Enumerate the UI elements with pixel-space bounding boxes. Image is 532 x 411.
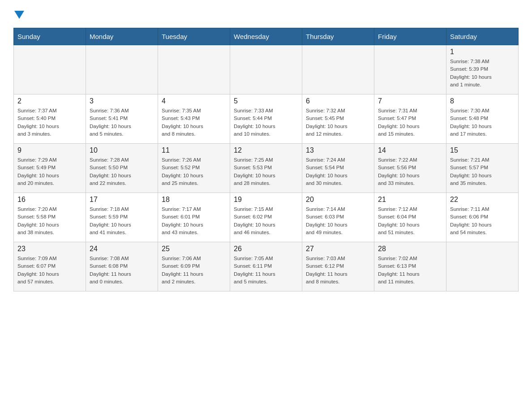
weekday-header-tuesday: Tuesday <box>158 28 230 45</box>
day-info: Sunrise: 7:24 AM Sunset: 5:54 PM Dayligh… <box>306 156 370 187</box>
day-info: Sunrise: 7:33 AM Sunset: 5:44 PM Dayligh… <box>234 107 298 138</box>
calendar-cell: 18Sunrise: 7:17 AM Sunset: 6:01 PM Dayli… <box>158 193 230 242</box>
calendar-cell: 22Sunrise: 7:11 AM Sunset: 6:06 PM Dayli… <box>446 193 519 242</box>
day-info: Sunrise: 7:14 AM Sunset: 6:03 PM Dayligh… <box>306 206 370 236</box>
day-number: 2 <box>17 97 82 105</box>
day-info: Sunrise: 7:11 AM Sunset: 6:06 PM Dayligh… <box>450 206 515 236</box>
day-info: Sunrise: 7:29 AM Sunset: 5:49 PM Dayligh… <box>17 156 82 187</box>
logo <box>13 9 24 21</box>
logo-triangle-icon <box>14 11 24 19</box>
calendar-cell: 23Sunrise: 7:09 AM Sunset: 6:07 PM Dayli… <box>14 242 86 291</box>
day-info: Sunrise: 7:26 AM Sunset: 5:52 PM Dayligh… <box>162 156 226 187</box>
calendar-cell: 1Sunrise: 7:38 AM Sunset: 5:39 PM Daylig… <box>446 45 519 94</box>
calendar-cell <box>86 45 158 94</box>
day-info: Sunrise: 7:25 AM Sunset: 5:53 PM Dayligh… <box>234 156 298 187</box>
day-number: 13 <box>306 146 370 154</box>
calendar-cell: 3Sunrise: 7:36 AM Sunset: 5:41 PM Daylig… <box>86 94 158 144</box>
calendar-cell: 9Sunrise: 7:29 AM Sunset: 5:49 PM Daylig… <box>14 144 86 193</box>
day-number: 7 <box>378 97 442 105</box>
day-info: Sunrise: 7:38 AM Sunset: 5:39 PM Dayligh… <box>450 58 515 89</box>
page-header <box>13 9 519 21</box>
calendar-cell <box>446 242 519 291</box>
calendar-cell: 19Sunrise: 7:15 AM Sunset: 6:02 PM Dayli… <box>230 193 302 242</box>
calendar-cell: 12Sunrise: 7:25 AM Sunset: 5:53 PM Dayli… <box>230 144 302 193</box>
day-number: 15 <box>450 146 515 154</box>
day-number: 14 <box>378 146 442 154</box>
calendar-cell: 2Sunrise: 7:37 AM Sunset: 5:40 PM Daylig… <box>14 94 86 144</box>
calendar-cell: 4Sunrise: 7:35 AM Sunset: 5:43 PM Daylig… <box>158 94 230 144</box>
calendar-cell: 14Sunrise: 7:22 AM Sunset: 5:56 PM Dayli… <box>374 144 446 193</box>
calendar-cell <box>230 45 302 94</box>
day-number: 23 <box>17 245 82 253</box>
day-number: 9 <box>17 146 82 154</box>
day-info: Sunrise: 7:36 AM Sunset: 5:41 PM Dayligh… <box>90 107 154 138</box>
calendar-cell: 7Sunrise: 7:31 AM Sunset: 5:47 PM Daylig… <box>374 94 446 144</box>
day-number: 22 <box>450 196 515 204</box>
calendar-cell: 21Sunrise: 7:12 AM Sunset: 6:04 PM Dayli… <box>374 193 446 242</box>
day-info: Sunrise: 7:37 AM Sunset: 5:40 PM Dayligh… <box>17 107 82 138</box>
calendar-cell <box>374 45 446 94</box>
day-info: Sunrise: 7:02 AM Sunset: 6:13 PM Dayligh… <box>378 255 442 286</box>
day-number: 26 <box>234 245 298 253</box>
day-number: 20 <box>306 196 370 204</box>
weekday-header-sunday: Sunday <box>14 28 86 45</box>
calendar-cell: 6Sunrise: 7:32 AM Sunset: 5:45 PM Daylig… <box>302 94 374 144</box>
day-info: Sunrise: 7:08 AM Sunset: 6:08 PM Dayligh… <box>90 255 154 286</box>
day-number: 12 <box>234 146 298 154</box>
calendar-cell: 28Sunrise: 7:02 AM Sunset: 6:13 PM Dayli… <box>374 242 446 291</box>
day-number: 10 <box>90 146 154 154</box>
calendar-week-row: 1Sunrise: 7:38 AM Sunset: 5:39 PM Daylig… <box>14 45 519 94</box>
calendar-week-row: 23Sunrise: 7:09 AM Sunset: 6:07 PM Dayli… <box>14 242 519 291</box>
weekday-header-wednesday: Wednesday <box>230 28 302 45</box>
day-number: 4 <box>162 97 226 105</box>
calendar-cell <box>14 45 86 94</box>
day-info: Sunrise: 7:21 AM Sunset: 5:57 PM Dayligh… <box>450 156 515 187</box>
day-info: Sunrise: 7:15 AM Sunset: 6:02 PM Dayligh… <box>234 206 298 236</box>
day-info: Sunrise: 7:32 AM Sunset: 5:45 PM Dayligh… <box>306 107 370 138</box>
day-info: Sunrise: 7:22 AM Sunset: 5:56 PM Dayligh… <box>378 156 442 187</box>
calendar-cell: 11Sunrise: 7:26 AM Sunset: 5:52 PM Dayli… <box>158 144 230 193</box>
day-number: 11 <box>162 146 226 154</box>
day-number: 1 <box>450 48 515 56</box>
day-info: Sunrise: 7:35 AM Sunset: 5:43 PM Dayligh… <box>162 107 226 138</box>
day-info: Sunrise: 7:30 AM Sunset: 5:48 PM Dayligh… <box>450 107 515 138</box>
calendar-cell: 26Sunrise: 7:05 AM Sunset: 6:11 PM Dayli… <box>230 242 302 291</box>
day-number: 24 <box>90 245 154 253</box>
calendar-cell: 8Sunrise: 7:30 AM Sunset: 5:48 PM Daylig… <box>446 94 519 144</box>
calendar-table: SundayMondayTuesdayWednesdayThursdayFrid… <box>13 28 519 291</box>
calendar-week-row: 2Sunrise: 7:37 AM Sunset: 5:40 PM Daylig… <box>14 94 519 144</box>
calendar-cell: 15Sunrise: 7:21 AM Sunset: 5:57 PM Dayli… <box>446 144 519 193</box>
day-number: 27 <box>306 245 370 253</box>
day-number: 3 <box>90 97 154 105</box>
day-info: Sunrise: 7:31 AM Sunset: 5:47 PM Dayligh… <box>378 107 442 138</box>
day-info: Sunrise: 7:06 AM Sunset: 6:09 PM Dayligh… <box>162 255 226 286</box>
calendar-cell: 17Sunrise: 7:18 AM Sunset: 5:59 PM Dayli… <box>86 193 158 242</box>
day-info: Sunrise: 7:20 AM Sunset: 5:58 PM Dayligh… <box>17 206 82 236</box>
day-info: Sunrise: 7:17 AM Sunset: 6:01 PM Dayligh… <box>162 206 226 236</box>
day-info: Sunrise: 7:18 AM Sunset: 5:59 PM Dayligh… <box>90 206 154 236</box>
day-number: 25 <box>162 245 226 253</box>
day-number: 8 <box>450 97 515 105</box>
day-number: 18 <box>162 196 226 204</box>
day-number: 28 <box>378 245 442 253</box>
weekday-header-monday: Monday <box>86 28 158 45</box>
day-number: 16 <box>17 196 82 204</box>
weekday-header-thursday: Thursday <box>302 28 374 45</box>
day-number: 17 <box>90 196 154 204</box>
day-info: Sunrise: 7:03 AM Sunset: 6:12 PM Dayligh… <box>306 255 370 286</box>
day-info: Sunrise: 7:05 AM Sunset: 6:11 PM Dayligh… <box>234 255 298 286</box>
weekday-header-friday: Friday <box>374 28 446 45</box>
day-number: 5 <box>234 97 298 105</box>
day-number: 19 <box>234 196 298 204</box>
day-info: Sunrise: 7:28 AM Sunset: 5:50 PM Dayligh… <box>90 156 154 187</box>
day-number: 21 <box>378 196 442 204</box>
svg-marker-0 <box>14 11 24 19</box>
calendar-header-row: SundayMondayTuesdayWednesdayThursdayFrid… <box>14 28 519 45</box>
calendar-cell <box>158 45 230 94</box>
calendar-cell: 5Sunrise: 7:33 AM Sunset: 5:44 PM Daylig… <box>230 94 302 144</box>
calendar-cell: 10Sunrise: 7:28 AM Sunset: 5:50 PM Dayli… <box>86 144 158 193</box>
calendar-cell <box>302 45 374 94</box>
calendar-cell: 13Sunrise: 7:24 AM Sunset: 5:54 PM Dayli… <box>302 144 374 193</box>
calendar-week-row: 9Sunrise: 7:29 AM Sunset: 5:49 PM Daylig… <box>14 144 519 193</box>
calendar-cell: 27Sunrise: 7:03 AM Sunset: 6:12 PM Dayli… <box>302 242 374 291</box>
